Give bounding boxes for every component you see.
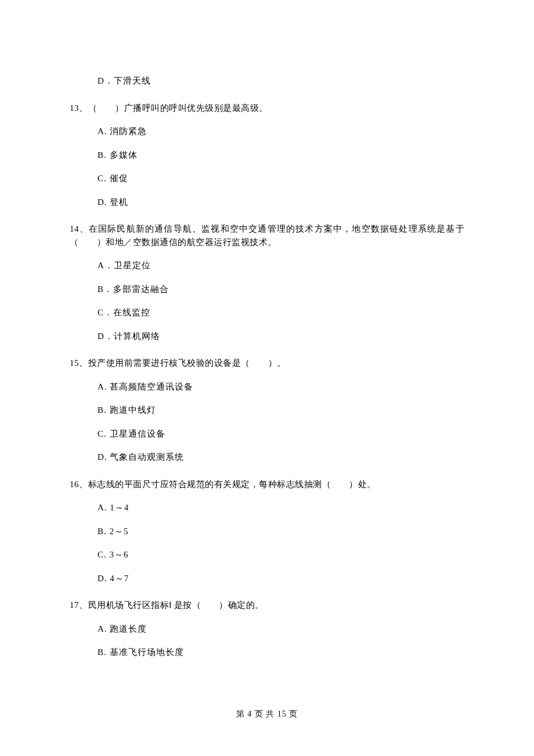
q16-option-a: A. 1～4 <box>70 501 464 514</box>
q14-option-b: B．多部雷达融合 <box>70 283 464 296</box>
q13-option-c: C. 催促 <box>70 172 464 185</box>
q16-stem: 16、标志线的平面尺寸应符合规范的有关规定，每种标志线抽测（ ）处。 <box>70 478 464 491</box>
q15-option-a: A. 甚高频陆空通讯设备 <box>70 380 464 394</box>
q13-option-b: B. 多媒体 <box>70 149 464 162</box>
q13-stem: 13、（ ）广播呼叫的呼叫优先级别是最高级。 <box>70 102 464 115</box>
q14-option-c: C．在线监控 <box>70 306 464 319</box>
q15-option-d: D. 气象自动观测系统 <box>70 451 464 464</box>
q16-option-d: D. 4～7 <box>70 572 464 585</box>
q14-stem: 14、在国际民航新的通信导航、监视和空中交通管理的技术方案中，地空数据链处理系统… <box>70 222 464 249</box>
q17-stem: 17、民用机场飞行区指标Ⅰ 是按（ ）确定的。 <box>70 599 464 612</box>
q15-option-b: B. 跑道中线灯 <box>70 404 464 417</box>
q15-option-c: C. 卫星通信设备 <box>70 427 464 441</box>
q16-option-b: B. 2～5 <box>70 525 464 538</box>
q17-option-a: A. 跑道长度 <box>70 622 464 636</box>
page-content: D．下滑天线 13、（ ）广播呼叫的呼叫优先级别是最高级。 A. 消防紧急 B.… <box>0 0 534 659</box>
q12-option-d: D．下滑天线 <box>70 74 464 88</box>
page-footer: 第 4 页 共 15 页 <box>0 708 534 720</box>
q15-stem: 15、投产使用前需要进行核飞校验的设备是（ ）。 <box>70 357 464 370</box>
q14-option-a: A．卫星定位 <box>70 259 464 272</box>
q16-option-c: C. 3～6 <box>70 548 464 561</box>
q13-option-d: D. 登机 <box>70 196 464 209</box>
q13-option-a: A. 消防紧急 <box>70 125 464 138</box>
q14-option-d: D．计算机网络 <box>70 330 464 343</box>
q17-option-b: B. 基准飞行场地长度 <box>70 646 464 659</box>
